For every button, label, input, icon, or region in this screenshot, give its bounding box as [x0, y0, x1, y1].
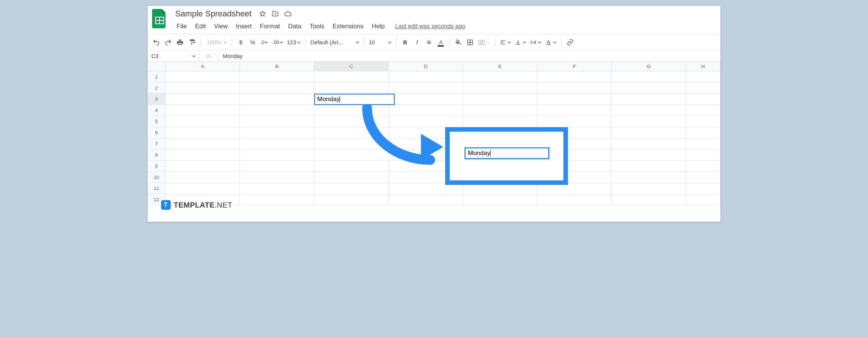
cell[interactable]: [240, 183, 314, 194]
row-header-7[interactable]: 7: [148, 138, 165, 150]
cell[interactable]: [686, 116, 720, 127]
cell[interactable]: [165, 138, 240, 150]
cell[interactable]: [612, 150, 686, 161]
cell[interactable]: [463, 105, 537, 116]
cell[interactable]: [612, 183, 686, 194]
cell[interactable]: [240, 150, 314, 161]
menu-extensions[interactable]: Extensions: [329, 21, 367, 32]
cell[interactable]: [240, 116, 314, 127]
row-header-1[interactable]: 1: [148, 71, 165, 83]
cell[interactable]: [314, 127, 389, 138]
cell[interactable]: [463, 194, 537, 205]
currency-button[interactable]: $: [235, 37, 246, 48]
star-icon[interactable]: [259, 10, 266, 17]
col-header-A[interactable]: A: [165, 62, 240, 71]
col-header-E[interactable]: E: [463, 62, 537, 71]
text-wrap-button[interactable]: [528, 37, 543, 48]
menu-tools[interactable]: Tools: [306, 21, 328, 32]
cell[interactable]: [612, 194, 686, 205]
cell[interactable]: [240, 94, 314, 105]
undo-icon[interactable]: [151, 37, 162, 48]
cell[interactable]: [686, 172, 720, 183]
cell[interactable]: [686, 183, 720, 194]
cell[interactable]: [537, 83, 612, 94]
cell[interactable]: [314, 150, 389, 161]
cell[interactable]: [240, 161, 314, 172]
menu-insert[interactable]: Insert: [232, 21, 255, 32]
row-header-10[interactable]: 10: [148, 172, 165, 183]
cell[interactable]: [314, 138, 389, 150]
fill-color-button[interactable]: [453, 37, 464, 48]
row-header-11[interactable]: 11: [148, 183, 165, 194]
cell[interactable]: [612, 105, 686, 116]
col-header-F[interactable]: F: [537, 62, 612, 71]
col-header-G[interactable]: G: [612, 62, 686, 71]
cell[interactable]: [537, 116, 612, 127]
spreadsheet-grid[interactable]: A B C D E F G H 1 2 3 4 5 6 7 8 9 10 11 …: [148, 62, 720, 222]
merge-cells-button[interactable]: [476, 37, 492, 48]
cell[interactable]: [314, 116, 389, 127]
bold-button[interactable]: B: [399, 37, 411, 48]
cell[interactable]: [612, 172, 686, 183]
cell[interactable]: [537, 71, 612, 83]
cell[interactable]: [686, 105, 720, 116]
col-header-C[interactable]: C: [314, 62, 389, 71]
font-size-dropdown[interactable]: 10: [367, 37, 393, 48]
font-family-dropdown[interactable]: Default (Ari...: [309, 37, 361, 48]
row-header-5[interactable]: 5: [148, 116, 165, 127]
cell[interactable]: [612, 161, 686, 172]
row-header-9[interactable]: 9: [148, 161, 165, 172]
text-color-button[interactable]: A: [435, 37, 446, 48]
increase-decimal-button[interactable]: .00: [271, 37, 284, 48]
menu-edit[interactable]: Edit: [191, 21, 209, 32]
cell[interactable]: [165, 172, 240, 183]
menu-help[interactable]: Help: [368, 21, 388, 32]
cell[interactable]: [686, 194, 720, 205]
menu-data[interactable]: Data: [284, 21, 305, 32]
cell[interactable]: [165, 127, 240, 138]
cell[interactable]: [612, 71, 686, 83]
cell[interactable]: [389, 105, 463, 116]
cell[interactable]: [240, 127, 314, 138]
paint-format-icon[interactable]: [186, 37, 197, 48]
cell[interactable]: [686, 150, 720, 161]
decrease-decimal-button[interactable]: .0: [259, 37, 270, 48]
menu-format[interactable]: Format: [256, 21, 284, 32]
cell[interactable]: [165, 161, 240, 172]
redo-icon[interactable]: [163, 37, 174, 48]
menu-file[interactable]: File: [173, 21, 190, 32]
cell[interactable]: [612, 116, 686, 127]
cell[interactable]: [314, 71, 389, 83]
cell[interactable]: [314, 194, 389, 205]
editing-cell-C3[interactable]: Monday: [314, 94, 395, 105]
cell[interactable]: [314, 172, 389, 183]
cell[interactable]: [537, 105, 612, 116]
formula-input[interactable]: Monday: [218, 53, 720, 59]
print-icon[interactable]: [174, 37, 186, 48]
cell[interactable]: [463, 94, 537, 105]
number-format-dropdown[interactable]: 123: [285, 37, 302, 48]
cell[interactable]: [537, 94, 612, 105]
cell[interactable]: [314, 83, 389, 94]
cell[interactable]: [165, 71, 240, 83]
menu-view[interactable]: View: [210, 21, 232, 32]
cell[interactable]: [389, 116, 463, 127]
cell[interactable]: [165, 105, 240, 116]
cell[interactable]: [612, 127, 686, 138]
cell[interactable]: [389, 71, 463, 83]
cell[interactable]: [612, 83, 686, 94]
cell[interactable]: [612, 138, 686, 150]
cell[interactable]: [240, 105, 314, 116]
cell[interactable]: [463, 71, 537, 83]
row-header-6[interactable]: 6: [148, 127, 165, 138]
row-header-8[interactable]: 8: [148, 150, 165, 161]
cell[interactable]: [240, 138, 314, 150]
col-header-B[interactable]: B: [240, 62, 314, 71]
cell[interactable]: [686, 127, 720, 138]
cell[interactable]: [240, 194, 314, 205]
col-header-D[interactable]: D: [389, 62, 463, 71]
cell[interactable]: [463, 116, 537, 127]
vertical-align-button[interactable]: [513, 37, 528, 48]
cell[interactable]: [612, 94, 686, 105]
cell[interactable]: [463, 83, 537, 94]
